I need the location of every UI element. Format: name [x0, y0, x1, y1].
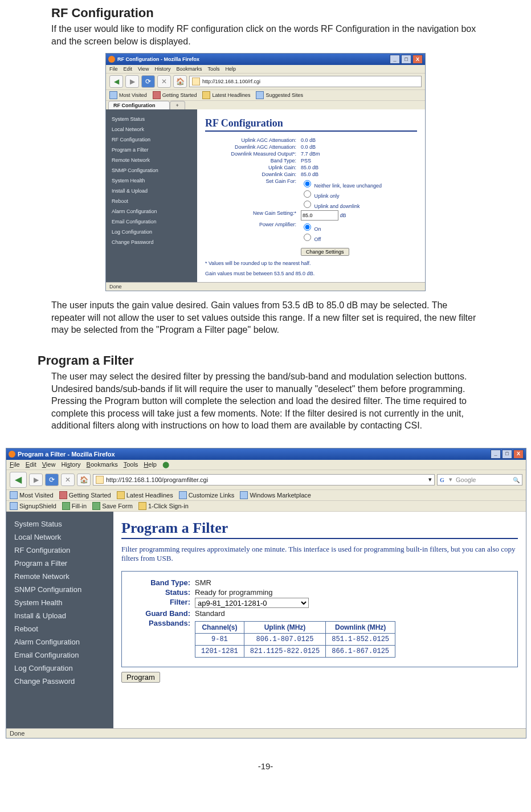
uplink-gain-value: 85.0 dB — [301, 165, 318, 170]
reload-button[interactable]: ⟳ — [45, 474, 59, 486]
forward-button[interactable]: ▶ — [29, 474, 43, 486]
toolbar-1click[interactable]: 1-Click Sign-in — [138, 502, 189, 510]
menu-tools[interactable]: Tools — [124, 461, 138, 468]
th-channels: Channel(s) — [195, 621, 244, 633]
url-text-2: http://192.168.1.100/programfilter.cgi — [106, 476, 208, 483]
radio-pa-on-input[interactable] — [304, 223, 311, 231]
search-icon[interactable] — [513, 476, 520, 483]
url-bar[interactable]: http://192.168.1.100/rf.cgi — [189, 76, 422, 87]
back-button[interactable]: ◀ — [10, 472, 27, 488]
footnote-1: * Values will be rounded up to the neare… — [205, 260, 417, 266]
menu-bookmarks[interactable]: Bookmarks — [87, 461, 118, 468]
sidebar-item-reboot[interactable]: Reboot — [112, 196, 191, 206]
bookmark-customize-links[interactable]: Customize Links — [179, 491, 235, 499]
bookmark-getting-started[interactable]: Getting Started — [59, 491, 111, 499]
sidebar-item-change-password[interactable]: Change Password — [14, 675, 105, 688]
menu-view[interactable]: View — [42, 461, 56, 468]
home-button[interactable]: 🏠 — [173, 75, 187, 88]
forward-button[interactable]: ▶ — [125, 75, 139, 88]
menu-file[interactable]: File — [109, 66, 118, 72]
radio-both-input[interactable] — [304, 201, 311, 208]
menu-bookmarks[interactable]: Bookmarks — [176, 66, 202, 72]
sidebar-item-alarm-config[interactable]: Alarm Configuration — [112, 206, 191, 217]
sidebar-item-system-health[interactable]: System Health — [14, 596, 105, 609]
maximize-button[interactable]: □ — [502, 450, 512, 459]
sidebar-item-local-network[interactable]: Local Network — [112, 124, 191, 134]
close-button[interactable]: X — [513, 450, 524, 459]
maximize-button[interactable]: □ — [401, 55, 411, 64]
change-settings-button[interactable]: Change Settings — [301, 248, 349, 256]
status-value: Ready for programming — [195, 588, 273, 597]
menu-help[interactable]: Help — [225, 66, 236, 72]
toolbar-signupshield[interactable]: SignupShield — [10, 502, 56, 510]
menu-edit[interactable]: Edit — [124, 66, 133, 72]
status-bar: Done — [106, 282, 425, 291]
th-downlink: Downlink (MHz) — [326, 621, 395, 633]
tab-new[interactable]: + — [170, 101, 185, 109]
sidebar-item-remote-network[interactable]: Remote Network — [14, 570, 105, 583]
radio-uplink[interactable]: Uplink only — [301, 189, 382, 199]
radio-uplink-input[interactable] — [304, 190, 311, 198]
minimize-button[interactable]: _ — [390, 55, 400, 64]
menu-history[interactable]: History — [154, 66, 170, 72]
filter-select[interactable]: ap9-81_1201-1281-0 — [195, 598, 309, 608]
bookmark-getting-started[interactable]: Getting Started — [153, 91, 197, 99]
radio-pa-off[interactable]: Off — [301, 232, 321, 242]
sidebar-item-install-upload[interactable]: Install & Upload — [112, 186, 191, 196]
sidebar-item-system-health[interactable]: System Health — [112, 176, 191, 186]
menu-help[interactable]: Help — [144, 461, 157, 468]
sidebar-item-rf-configuration[interactable]: RF Configuration — [112, 134, 191, 145]
menu-view[interactable]: View — [138, 66, 149, 72]
bookmark-latest-headlines[interactable]: Latest Headlines — [202, 91, 250, 99]
tab-rf-configuration[interactable]: RF Configuration — [108, 101, 170, 109]
bookmark-latest-headlines[interactable]: Latest Headlines — [117, 491, 173, 499]
sidebar-item-reboot[interactable]: Reboot — [14, 622, 105, 635]
radio-pa-off-input[interactable] — [304, 234, 311, 241]
menu-tools[interactable]: Tools — [207, 66, 219, 72]
radio-pa-on[interactable]: On — [301, 222, 321, 232]
sidebar-item-program-filter[interactable]: Program a Filter — [14, 557, 105, 570]
sidebar-item-alarm-config[interactable]: Alarm Configuration — [14, 635, 105, 648]
toolbar-fillin[interactable]: Fill-in — [62, 502, 87, 510]
menu-file[interactable]: File — [10, 461, 20, 468]
sidebar-item-system-status[interactable]: System Status — [14, 517, 105, 531]
reload-button[interactable]: ⟳ — [141, 75, 155, 88]
menu-extra-icon[interactable]: ⬤ — [162, 461, 169, 468]
bookmark-windows-marketplace[interactable]: Windows Marketplace — [240, 491, 311, 499]
back-button[interactable]: ◀ — [109, 75, 123, 88]
bookmark-suggested-sites[interactable]: Suggested Sites — [256, 91, 303, 99]
minimize-button[interactable]: _ — [491, 450, 501, 459]
close-button[interactable]: X — [412, 55, 423, 64]
url-bar-2[interactable]: http://192.168.1.100/programfilter.cgi ▾ — [93, 474, 435, 485]
search-box[interactable]: ▾ Google — [437, 474, 522, 485]
toolbar-saveform[interactable]: Save Form — [92, 502, 133, 510]
dmo-value: 7.7 dBm — [301, 151, 320, 157]
sidebar-item-log-config[interactable]: Log Configuration — [14, 662, 105, 675]
sidebar-item-program-filter[interactable]: Program a Filter — [112, 145, 191, 155]
radio-neither-input[interactable] — [304, 180, 311, 187]
sidebar-item-email-config[interactable]: Email Configuration — [14, 648, 105, 662]
sidebar-item-email-config[interactable]: Email Configuration — [112, 217, 191, 227]
window-title: RF Configuration - Mozilla Firefox — [117, 56, 199, 62]
radio-both[interactable]: Uplink and downlink — [301, 199, 382, 209]
menu-edit[interactable]: Edit — [26, 461, 36, 468]
bookmark-most-visited[interactable]: Most Visited — [109, 91, 147, 99]
menu-history[interactable]: History — [61, 461, 80, 468]
new-gain-input[interactable] — [301, 210, 338, 221]
stop-button[interactable]: ✕ — [157, 75, 171, 88]
sidebar-item-remote-network[interactable]: Remote Network — [112, 155, 191, 165]
radio-neither[interactable]: Neither link, leave unchanged — [301, 178, 382, 189]
sidebar-item-log-config[interactable]: Log Configuration — [112, 227, 191, 237]
sidebar-item-local-network[interactable]: Local Network — [14, 531, 105, 544]
sidebar-item-rf-configuration[interactable]: RF Configuration — [14, 544, 105, 557]
sidebar-item-change-password[interactable]: Change Password — [112, 237, 191, 247]
home-button[interactable]: 🏠 — [77, 474, 91, 486]
bookmark-most-visited[interactable]: Most Visited — [10, 491, 54, 499]
uplink-gain-label: Uplink Gain: — [205, 165, 296, 170]
program-button[interactable]: Program — [121, 672, 160, 683]
sidebar-item-snmp[interactable]: SNMP Configuration — [112, 165, 191, 176]
stop-button[interactable]: ✕ — [61, 474, 75, 486]
sidebar-item-install-upload[interactable]: Install & Upload — [14, 609, 105, 622]
sidebar-item-system-status[interactable]: System Status — [112, 114, 191, 124]
sidebar-item-snmp[interactable]: SNMP Configuration — [14, 583, 105, 596]
